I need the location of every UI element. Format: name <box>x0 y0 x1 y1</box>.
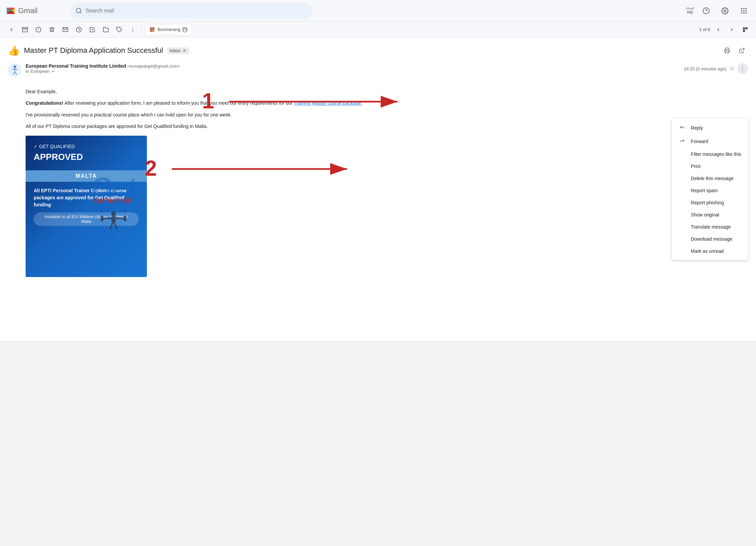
congrats-text: Congratulations! <box>26 100 63 106</box>
folder-button[interactable] <box>100 24 112 36</box>
email-timestamp: 18:25 (0 minutes ago) <box>684 66 726 71</box>
weightlifter-icon: ✦ ✦ ✦ ✦ ✦ <box>100 208 127 239</box>
google-apps-button[interactable] <box>737 4 751 18</box>
alert-icon <box>35 27 41 33</box>
svg-rect-32 <box>726 51 729 53</box>
svg-rect-25 <box>183 28 187 32</box>
svg-point-46 <box>111 211 116 216</box>
dropdown-item-forward[interactable]: Forward <box>672 135 748 148</box>
body-paragraph-3: All of our PT Diploma course packages ar… <box>26 123 748 130</box>
email-header: 👍 Master PT Diploma Application Successf… <box>0 38 756 61</box>
spam-label: Report spam <box>691 188 718 193</box>
task-icon <box>89 27 95 33</box>
svg-text:✦: ✦ <box>103 230 106 233</box>
open-in-new-button[interactable] <box>736 44 748 57</box>
sender-avatar <box>8 63 22 77</box>
delete-button[interactable] <box>46 24 58 36</box>
dropdown-item-download[interactable]: Download message <box>672 233 748 245</box>
back-button[interactable] <box>5 24 18 36</box>
archive-button[interactable] <box>19 24 31 36</box>
more-toolbar-button[interactable] <box>127 24 139 36</box>
dropdown-item-print[interactable]: Print <box>672 160 748 172</box>
search-input[interactable] <box>86 8 307 14</box>
gear-icon <box>721 7 729 14</box>
more-options-button[interactable] <box>737 63 748 74</box>
svg-rect-12 <box>743 12 745 13</box>
email-subject: Master PT Diploma Application Successful <box>24 46 163 55</box>
dropdown-item-spam[interactable]: Report spam <box>672 184 748 197</box>
print-button[interactable] <box>721 44 733 57</box>
label-button[interactable] <box>113 24 125 36</box>
spam-button[interactable] <box>32 24 44 36</box>
svg-rect-13 <box>746 12 747 13</box>
to-label: to European <box>26 69 50 74</box>
sender-name: European Personal Training Institute Lim… <box>26 63 126 69</box>
more-vertical-icon <box>739 66 746 72</box>
dropdown-item-reply[interactable]: Reply <box>672 121 748 135</box>
help-icon <box>702 7 710 14</box>
chevron-down-icon[interactable] <box>51 69 56 74</box>
course-link[interactable]: Training Master course package. <box>294 100 362 106</box>
inbox-label: Inbox <box>170 48 181 53</box>
dropdown-item-filter[interactable]: Filter messages like this <box>672 148 748 160</box>
email-body: Dear Example, Congratulations! After rev… <box>0 82 756 285</box>
calendar-icon <box>182 27 188 32</box>
svg-rect-14 <box>22 27 28 29</box>
reply-label: Reply <box>691 125 703 131</box>
next-email-button[interactable] <box>726 24 737 35</box>
prev-email-button[interactable] <box>713 24 724 35</box>
topbar: Gmail cloudHQ <box>0 0 756 22</box>
svg-text:✦: ✦ <box>121 230 123 233</box>
clock-button[interactable] <box>73 24 85 36</box>
phishing-label: Report phishing <box>691 200 724 205</box>
sender-details: European Personal Training Institute Lim… <box>26 63 684 74</box>
archive-icon <box>22 27 28 33</box>
reply-icon <box>679 125 686 131</box>
settings-button[interactable] <box>718 4 732 18</box>
dropdown-item-unread[interactable]: Mark as unread <box>672 245 748 257</box>
boomerang-label: Boomerang <box>158 27 180 32</box>
sender-email: <europeanpti@gmail.com> <box>127 64 180 69</box>
trash-icon <box>49 27 55 33</box>
gmail-logo: Gmail <box>5 5 66 16</box>
topbar-right: cloudHQ <box>686 4 751 18</box>
svg-rect-11 <box>741 12 743 13</box>
forward-label: Forward <box>691 139 708 144</box>
svg-point-22 <box>132 27 133 28</box>
promo-image: ✓ GET QUALIFIED APPROVED MALTA All EPTI … <box>26 136 147 277</box>
svg-text:✦: ✦ <box>112 234 114 237</box>
svg-rect-30 <box>746 27 748 29</box>
inbox-badge-close[interactable]: ✕ <box>183 48 186 53</box>
unread-label: Mark as unread <box>691 248 724 254</box>
dropdown-item-phishing[interactable]: Report phishing <box>672 197 748 209</box>
separator <box>141 26 142 34</box>
dropdown-item-translate[interactable]: Translate message <box>672 221 748 233</box>
svg-line-48 <box>106 218 112 218</box>
svg-rect-10 <box>746 10 747 11</box>
svg-line-50 <box>110 223 113 229</box>
help-button[interactable] <box>699 4 713 18</box>
svg-text:✦: ✦ <box>100 209 103 213</box>
dropdown-item-delete[interactable]: Delete this message <box>672 172 748 184</box>
svg-point-35 <box>13 65 16 68</box>
dropdown-item-original[interactable]: Show original <box>672 209 748 221</box>
svg-rect-31 <box>743 30 745 32</box>
svg-point-42 <box>742 70 743 71</box>
view-options-button[interactable] <box>740 24 751 35</box>
sender-to: to European <box>26 69 684 74</box>
gmail-icon <box>5 5 16 16</box>
svg-text:✦: ✦ <box>123 209 126 213</box>
filter-label: Filter messages like this <box>691 151 741 157</box>
email-button[interactable] <box>59 24 71 36</box>
label-icon <box>116 27 122 33</box>
chevron-left-icon <box>716 27 721 32</box>
boomerang-button[interactable]: Boomerang <box>145 24 192 35</box>
search-bar[interactable] <box>70 3 313 19</box>
body-text-1: After reviewing your application form, I… <box>64 100 292 106</box>
star-button[interactable]: ☆ <box>729 65 734 72</box>
task-button[interactable] <box>86 24 98 36</box>
external-link-icon <box>739 47 745 54</box>
svg-line-33 <box>742 48 744 51</box>
search-icon <box>75 7 82 14</box>
subject-emoji: 👍 <box>8 45 20 56</box>
